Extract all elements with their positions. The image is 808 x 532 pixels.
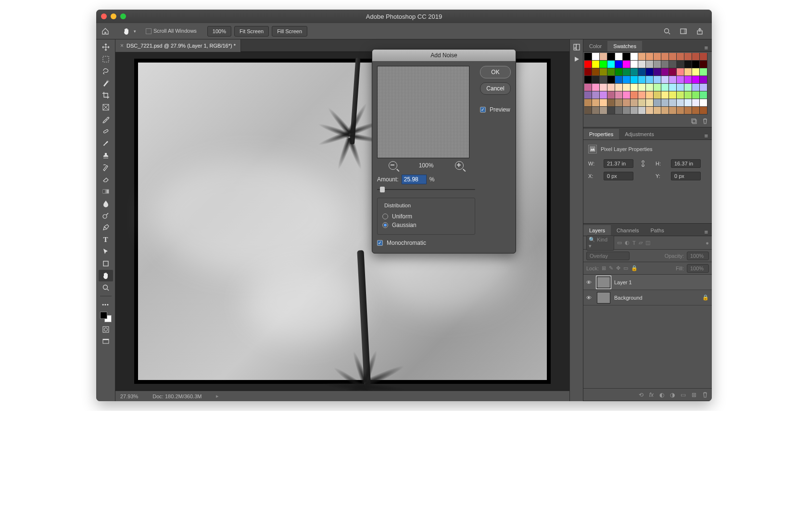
swatch[interactable]	[692, 107, 700, 114]
swatch[interactable]	[654, 61, 661, 68]
swatch[interactable]	[692, 91, 700, 99]
pen-tool-icon[interactable]	[99, 222, 113, 233]
swatch[interactable]	[646, 53, 654, 61]
swatch[interactable]	[661, 53, 669, 61]
swatch[interactable]	[700, 91, 707, 99]
close-window-button[interactable]	[101, 13, 107, 19]
hand-tool-icon[interactable]	[121, 26, 132, 37]
new-swatch-icon[interactable]	[691, 118, 697, 125]
search-icon[interactable]	[662, 26, 672, 37]
swatch[interactable]	[584, 99, 592, 107]
swatch[interactable]	[592, 99, 600, 107]
eraser-tool-icon[interactable]	[99, 174, 113, 185]
type-tool-icon[interactable]: T	[99, 234, 113, 245]
swatch[interactable]	[677, 91, 684, 99]
swatch[interactable]	[700, 68, 707, 76]
swatch[interactable]	[684, 107, 692, 114]
layer-thumbnail[interactable]	[597, 277, 610, 288]
swatch[interactable]	[623, 76, 631, 84]
swatch[interactable]	[600, 76, 607, 84]
status-zoom[interactable]: 27.93%	[120, 393, 138, 399]
swatch[interactable]	[631, 91, 638, 99]
swatch[interactable]	[646, 84, 654, 91]
swatch[interactable]	[669, 84, 677, 91]
layer-row[interactable]: 👁 Background 🔒	[583, 290, 712, 305]
zoom-in-icon[interactable]	[455, 161, 464, 170]
tab-channels[interactable]: Channels	[611, 225, 644, 236]
swatch[interactable]	[615, 84, 623, 91]
swatch[interactable]	[661, 68, 669, 76]
swatch[interactable]	[684, 68, 692, 76]
frame-tool-icon[interactable]	[99, 101, 113, 113]
tool-preset-dropdown-icon[interactable]: ▾	[134, 29, 136, 34]
swatch[interactable]	[623, 68, 631, 76]
swatch[interactable]	[669, 107, 677, 114]
lock-all-icon[interactable]: 🔒	[631, 265, 638, 271]
visibility-icon[interactable]: 👁	[586, 295, 593, 301]
swatch[interactable]	[631, 76, 638, 84]
status-arrow-icon[interactable]: ▸	[216, 393, 219, 399]
tab-adjustments[interactable]: Adjustments	[619, 129, 660, 139]
filter-smart-icon[interactable]: ◫	[645, 240, 650, 246]
swatch[interactable]	[700, 84, 707, 91]
tab-color[interactable]: Color	[583, 41, 607, 51]
dodge-tool-icon[interactable]	[99, 210, 113, 221]
swatch[interactable]	[600, 99, 607, 107]
swatch[interactable]	[684, 84, 692, 91]
uniform-radio[interactable]: Uniform	[382, 213, 470, 220]
swatch[interactable]	[592, 68, 600, 76]
swatch[interactable]	[669, 61, 677, 68]
swatch[interactable]	[677, 68, 684, 76]
path-select-tool-icon[interactable]	[99, 246, 113, 257]
lock-paint-icon[interactable]: ✎	[609, 265, 613, 271]
swatch[interactable]	[615, 107, 623, 114]
swatch[interactable]	[669, 76, 677, 84]
swatch[interactable]	[615, 68, 623, 76]
swatch[interactable]	[631, 68, 638, 76]
swatch[interactable]	[646, 99, 654, 107]
swatch[interactable]	[677, 107, 684, 114]
move-tool-icon[interactable]	[99, 41, 113, 53]
swatch[interactable]	[607, 76, 615, 84]
swatch[interactable]	[638, 76, 646, 84]
swatch[interactable]	[623, 91, 631, 99]
swatch[interactable]	[615, 61, 623, 68]
delete-layer-icon[interactable]	[702, 392, 708, 398]
panel-menu-icon[interactable]: ≡	[700, 44, 712, 51]
swatch[interactable]	[592, 84, 600, 91]
swatch[interactable]	[592, 76, 600, 84]
swatch-grid[interactable]	[583, 52, 712, 115]
brush-tool-icon[interactable]	[99, 138, 113, 149]
history-brush-tool-icon[interactable]	[99, 162, 113, 173]
opacity-value[interactable]: 100%	[687, 252, 709, 260]
swatch[interactable]	[631, 53, 638, 61]
gaussian-radio[interactable]: Gaussian	[382, 222, 470, 228]
marquee-tool-icon[interactable]	[99, 53, 113, 65]
crop-tool-icon[interactable]	[99, 89, 113, 101]
monochromatic-checkbox[interactable]: Monochromatic	[377, 240, 475, 246]
panel-menu-icon[interactable]: ≡	[700, 228, 712, 236]
shape-tool-icon[interactable]	[99, 258, 113, 269]
swatch[interactable]	[684, 61, 692, 68]
swatch[interactable]	[654, 76, 661, 84]
amount-slider[interactable]	[377, 185, 475, 194]
fill-screen-button[interactable]: Fill Screen	[272, 26, 307, 37]
maximize-window-button[interactable]	[120, 13, 126, 19]
layer-thumbnail[interactable]	[597, 292, 610, 304]
swatch[interactable]	[692, 61, 700, 68]
height-value[interactable]: 16.37 in	[671, 159, 701, 168]
filter-adjust-icon[interactable]: ◐	[625, 240, 630, 246]
history-panel-icon[interactable]	[573, 43, 581, 51]
swatch[interactable]	[631, 61, 638, 68]
swatch[interactable]	[677, 84, 684, 91]
swatch[interactable]	[638, 84, 646, 91]
swatch[interactable]	[661, 107, 669, 114]
swatch[interactable]	[584, 76, 592, 84]
swatch[interactable]	[631, 84, 638, 91]
quick-select-tool-icon[interactable]	[99, 77, 113, 89]
tab-layers[interactable]: Layers	[583, 225, 611, 236]
swatch[interactable]	[677, 61, 684, 68]
noise-preview[interactable]	[377, 66, 469, 158]
swatch[interactable]	[661, 76, 669, 84]
eyedropper-tool-icon[interactable]	[99, 114, 113, 125]
